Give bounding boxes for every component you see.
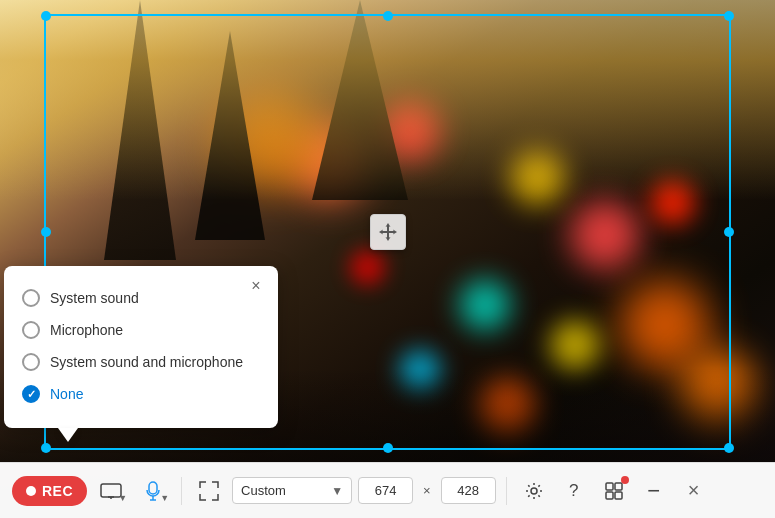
radio-system-sound [22,289,40,307]
option-system-sound[interactable]: System sound [22,282,260,314]
svg-rect-5 [381,231,395,233]
settings-button[interactable] [517,474,551,508]
grid-badge [621,476,629,484]
svg-rect-16 [615,492,622,499]
minimize-button[interactable]: − [637,474,671,508]
radio-microphone [22,321,40,339]
height-input[interactable] [441,477,496,504]
microphone-button[interactable]: ▼ [135,473,171,509]
radio-system-and-mic [22,353,40,371]
rec-label: REC [42,483,73,499]
preset-dropdown-label: Custom [241,483,286,498]
rec-button[interactable]: REC [12,476,87,506]
rec-dot-icon [26,486,36,496]
width-input[interactable] [358,477,413,504]
svg-rect-9 [149,482,157,494]
dimension-separator: × [419,483,435,498]
svg-rect-13 [606,483,613,490]
toolbar-divider-1 [181,477,182,505]
toolbar: REC ▼ ▼ Custom ▼ [0,462,775,518]
close-button[interactable]: × [677,474,711,508]
handle-top-left[interactable] [41,11,51,21]
handle-bottom-left[interactable] [41,443,51,453]
expand-button[interactable] [192,474,226,508]
close-icon: × [688,479,700,502]
grid-button[interactable] [597,474,631,508]
option-none-label: None [50,386,83,402]
move-cursor-icon[interactable] [370,214,406,250]
radio-none [22,385,40,403]
preset-dropdown[interactable]: Custom ▼ [232,477,352,504]
screen-capture-button[interactable]: ▼ [93,473,129,509]
handle-top-right[interactable] [724,11,734,21]
option-microphone-label: Microphone [50,322,123,338]
option-system-sound-label: System sound [50,290,139,306]
svg-point-12 [531,488,537,494]
chevron-down-icon: ▼ [331,484,343,498]
option-system-and-mic[interactable]: System sound and microphone [22,346,260,378]
svg-rect-15 [606,492,613,499]
handle-top-mid[interactable] [383,11,393,21]
option-microphone[interactable]: Microphone [22,314,260,346]
handle-mid-left[interactable] [41,227,51,237]
minus-icon: − [647,478,660,504]
toolbar-divider-2 [506,477,507,505]
option-system-and-mic-label: System sound and microphone [50,354,243,370]
svg-rect-14 [615,483,622,490]
popup-close-button[interactable]: × [246,276,266,296]
audio-options-popup: × System sound Microphone System sound a… [4,266,278,428]
handle-bottom-right[interactable] [724,443,734,453]
handle-bottom-mid[interactable] [383,443,393,453]
help-button[interactable]: ? [557,474,591,508]
handle-mid-right[interactable] [724,227,734,237]
option-none[interactable]: None [22,378,260,410]
